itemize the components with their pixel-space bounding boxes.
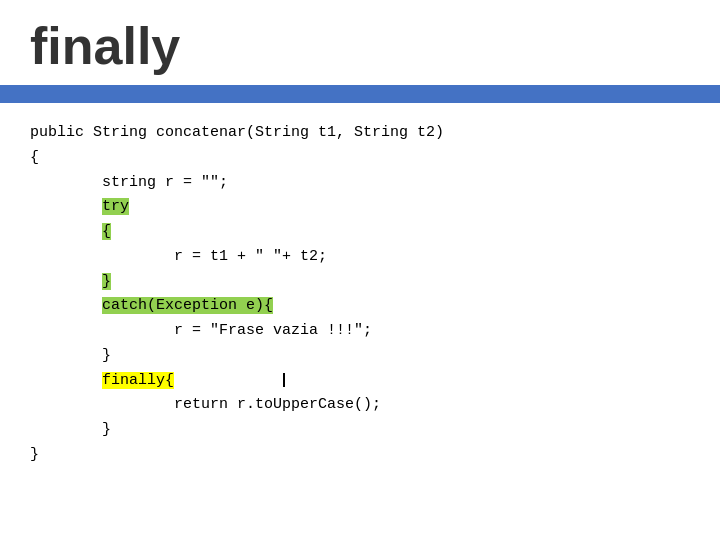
code-line-6: r = t1 + " "+ t2;: [30, 245, 690, 270]
title-section: finally: [0, 0, 720, 85]
code-section: public String concatenar(String t1, Stri…: [0, 103, 720, 486]
highlight-try: try: [102, 198, 129, 215]
code-line-9: r = "Frase vazia !!!";: [30, 319, 690, 344]
highlight-open-brace-try: {: [102, 223, 111, 240]
page-title: finally: [30, 18, 690, 75]
code-line-5: {: [30, 220, 690, 245]
code-line-14: }: [30, 443, 690, 468]
highlight-catch: catch(Exception e){: [102, 297, 273, 314]
code-line-11: finally{: [30, 369, 690, 394]
highlight-close-brace-try: }: [102, 273, 111, 290]
code-line-12: return r.toUpperCase();: [30, 393, 690, 418]
code-line-13: }: [30, 418, 690, 443]
blue-bar: [0, 85, 720, 103]
code-line-1: public String concatenar(String t1, Stri…: [30, 121, 690, 146]
code-line-7: }: [30, 270, 690, 295]
code-line-8: catch(Exception e){: [30, 294, 690, 319]
code-line-3: string r = "";: [30, 171, 690, 196]
text-cursor: [283, 373, 285, 387]
code-line-10: }: [30, 344, 690, 369]
code-line-4: try: [30, 195, 690, 220]
code-line-2: {: [30, 146, 690, 171]
highlight-finally: finally{: [102, 372, 174, 389]
